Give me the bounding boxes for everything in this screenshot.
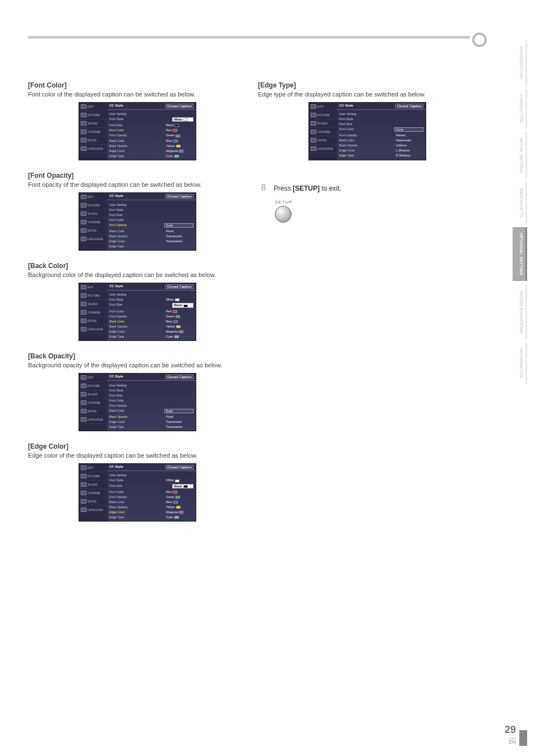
osd-row[interactable]: Font Color — [109, 217, 193, 222]
osd-row[interactable]: Back ColorBlue — [109, 138, 193, 143]
osd-nav-sound[interactable]: SOUND — [79, 481, 107, 489]
side-tab-troubleshooting[interactable]: TROUBLESHOOTING — [513, 284, 527, 339]
osd-nav-picture[interactable]: PICTURE — [79, 111, 107, 119]
osd-nav-exit[interactable]: EXIT — [79, 283, 107, 292]
osd-row[interactable]: Back OpacityUniform — [339, 143, 423, 148]
side-tab-watching-tv[interactable]: WATCHING TV — [513, 182, 527, 224]
osd-nav-picture[interactable]: PICTURE — [79, 472, 107, 481]
osd-nav-exit[interactable]: EXIT — [309, 103, 337, 111]
osd-nav-language[interactable]: LANGUAGE — [79, 416, 107, 424]
osd-nav-exit[interactable]: EXIT — [79, 464, 107, 472]
osd-nav-sound[interactable]: SOUND — [79, 210, 107, 218]
osd-nav-picture[interactable]: PICTURE — [79, 201, 107, 210]
osd-nav-detail[interactable]: DETAIL — [79, 497, 107, 506]
osd-row[interactable]: Edge ColorTransparent — [109, 238, 193, 243]
osd-nav-language[interactable]: LANGUAGE — [79, 145, 107, 153]
osd-row[interactable]: Edge TypeCyan — [109, 334, 193, 339]
osd-row[interactable]: Edge ColorMagenta — [109, 509, 193, 514]
osd-row[interactable]: Font StyleWhite — [109, 117, 193, 123]
osd-row[interactable]: Font Style — [109, 388, 193, 393]
osd-row[interactable]: Edge ColorTranslucent — [109, 419, 193, 424]
osd-row[interactable]: Font Size — [339, 122, 423, 127]
osd-nav-sound[interactable]: SOUND — [79, 119, 107, 128]
osd-row[interactable]: User Setting — [339, 112, 423, 117]
osd-row[interactable]: Font OpacityGreen — [109, 494, 193, 499]
osd-row[interactable]: Back OpacityYellow — [109, 504, 193, 509]
osd-nav-exit[interactable]: EXIT — [79, 193, 107, 201]
osd-row[interactable]: Font SizeBlack — [109, 483, 193, 489]
osd-row[interactable]: Font Size — [109, 212, 193, 217]
osd-row[interactable]: Back ColorFlash — [109, 228, 193, 233]
osd-row[interactable]: Font StyleWhite — [109, 297, 193, 302]
osd-nav-detail[interactable]: DETAIL — [79, 407, 107, 416]
osd-row[interactable]: Back ColorDepressed — [339, 138, 423, 143]
osd-nav-detail[interactable]: DETAIL — [79, 317, 107, 325]
osd-row[interactable]: Font SizeBlack — [109, 302, 193, 308]
osd-row[interactable]: Font Style — [339, 117, 423, 122]
osd-nav-exit[interactable]: EXIT — [79, 374, 107, 382]
osd-nav-channel[interactable]: CHANNEL — [79, 399, 107, 407]
osd-row[interactable]: Font ColorRed — [109, 308, 193, 314]
osd-row[interactable]: User Setting — [109, 473, 193, 478]
osd-nav-detail[interactable]: DETAIL — [79, 227, 107, 235]
osd-row[interactable]: Edge TypeCyan — [109, 153, 193, 158]
osd-nav-sound[interactable]: SOUND — [79, 300, 107, 308]
osd-nav-language[interactable]: LANGUAGE — [309, 145, 337, 153]
osd-nav-channel[interactable]: CHANNEL — [79, 489, 107, 497]
osd-row[interactable]: Font Style — [109, 207, 193, 212]
osd-row[interactable]: User Setting — [109, 292, 193, 297]
osd-row[interactable]: User Setting — [109, 112, 193, 117]
osd-row[interactable]: Font OpacitySolid — [109, 222, 193, 228]
osd-row[interactable]: Edge ColorMagenta — [109, 148, 193, 153]
osd-row[interactable]: Back OpacityYellow — [109, 143, 193, 148]
osd-row[interactable]: Back OpacityTranslucent — [109, 233, 193, 238]
osd-row[interactable]: Font Color — [109, 398, 193, 403]
osd-nav-label: PICTURE — [317, 113, 330, 117]
side-tab-information[interactable]: INFORMATION — [513, 343, 527, 384]
osd-row[interactable]: Edge TypeCyan — [109, 514, 193, 519]
osd-row[interactable]: Edge TypeR.Shadow — [339, 153, 423, 158]
osd-nav-sound[interactable]: SOUND — [309, 119, 337, 128]
osd-nav-channel[interactable]: CHANNEL — [79, 308, 107, 317]
osd-row[interactable]: Font OpacityGreen — [109, 314, 193, 319]
osd-row[interactable]: Font Size — [109, 393, 193, 398]
osd-nav-language[interactable]: LANGUAGE — [79, 506, 107, 514]
osd-nav-sound[interactable]: SOUND — [79, 390, 107, 399]
side-tab-connection[interactable]: CONNECTION — [513, 89, 527, 129]
side-tab-initial-setting[interactable]: INITIAL SETTING — [513, 132, 527, 179]
osd-nav-channel[interactable]: CHANNEL — [79, 218, 107, 227]
side-tab-introduction[interactable]: INTRODUCTION — [513, 40, 527, 85]
osd-row[interactable]: Edge TypeTransparent — [109, 424, 193, 429]
osd-row[interactable]: Font ColorRed — [109, 489, 193, 494]
osd-row[interactable]: Back ColorBlue — [109, 319, 193, 324]
osd-row[interactable]: Font Opacity — [109, 403, 193, 408]
osd-row[interactable]: Font OpacityGreen — [109, 133, 193, 138]
osd-nav-label: EXIT — [87, 466, 94, 469]
osd-row[interactable]: Font ColorNone — [339, 127, 423, 133]
setup-button[interactable] — [275, 206, 292, 223]
osd-row[interactable]: Font SizeBlack — [109, 123, 193, 128]
osd-nav-detail[interactable]: DETAIL — [309, 136, 337, 145]
osd-row[interactable]: Edge ColorMagenta — [109, 329, 193, 334]
osd-row[interactable]: Back ColorBlue — [109, 499, 193, 504]
osd-row[interactable]: Back OpacityFlash — [109, 414, 193, 419]
osd-nav-language[interactable]: LANGUAGE — [79, 325, 107, 334]
osd-nav-channel[interactable]: CHANNEL — [79, 128, 107, 136]
osd-row[interactable]: Font StyleWhite — [109, 478, 193, 483]
osd-row[interactable]: Font ColorRed — [109, 128, 193, 133]
osd-row[interactable]: User Setting — [109, 202, 193, 207]
osd-row[interactable]: User Setting — [109, 382, 193, 388]
osd-nav-channel[interactable]: CHANNEL — [309, 128, 337, 136]
side-tab-optional-setting[interactable]: OPTIONAL SETTING — [513, 227, 527, 281]
osd-row[interactable]: Back OpacityYellow — [109, 324, 193, 329]
osd-nav-picture[interactable]: PICTURE — [79, 292, 107, 300]
osd-row[interactable]: Edge ColorL.Shadow — [339, 148, 423, 153]
osd-row[interactable]: Font OpacityRaised — [339, 133, 423, 138]
osd-nav-detail[interactable]: DETAIL — [79, 136, 107, 145]
osd-row[interactable]: Back ColorSolid — [109, 408, 193, 414]
osd-nav-picture[interactable]: PICTURE — [309, 111, 337, 119]
osd-nav-picture[interactable]: PICTURE — [79, 382, 107, 390]
osd-row[interactable]: Edge Type — [109, 243, 193, 248]
osd-nav-language[interactable]: LANGUAGE — [79, 235, 107, 243]
osd-nav-exit[interactable]: EXIT — [79, 103, 107, 111]
